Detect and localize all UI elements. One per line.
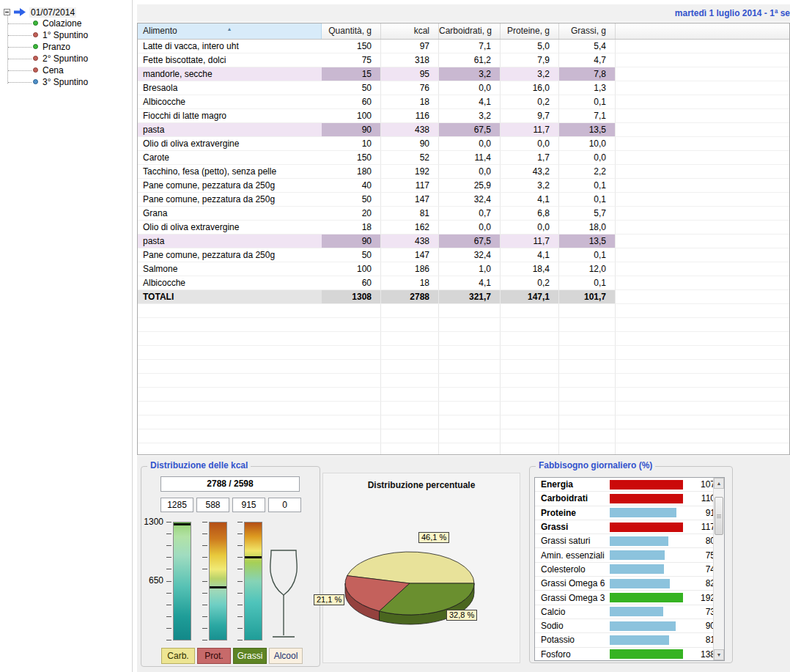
requirement-bar-track xyxy=(610,607,683,616)
value-cell: 0,1 xyxy=(559,248,616,262)
empty-cell xyxy=(616,151,789,165)
requirement-row-potassio[interactable]: Potassio81 xyxy=(535,633,724,647)
requirement-row-fosforo[interactable]: Fosforo138 xyxy=(535,648,724,661)
column-header-5[interactable]: Grassi, g xyxy=(559,23,616,39)
column-header-2[interactable]: kcal xyxy=(381,23,439,39)
value-cell: 50 xyxy=(322,193,381,207)
table-row[interactable]: mandorle, secche15953,23,27,8 xyxy=(138,67,789,81)
value-cell: 20 xyxy=(322,207,381,221)
value-cell: 0,0 xyxy=(559,151,616,165)
value-cell: 7,8 xyxy=(559,67,616,81)
empty-cell xyxy=(501,416,559,429)
value-cell: 18,4 xyxy=(501,262,559,276)
requirement-row-proteine[interactable]: Proteine91 xyxy=(535,506,724,520)
requirement-row-grassi-saturi[interactable]: Grassi saturi80 xyxy=(535,534,724,548)
main-area: martedì 1 luglio 2014 - 1ª se Alimento▲Q… xyxy=(137,0,790,672)
tree-item-2-spuntino[interactable]: 2° Spuntino xyxy=(0,53,133,64)
table-row[interactable]: Tacchino, fesa (petto), senza pelle18019… xyxy=(138,165,789,179)
pie-label-carbs: 46,1 % xyxy=(418,532,449,543)
empty-cell xyxy=(559,374,616,388)
empty-cell xyxy=(616,262,789,276)
value-cell: 60 xyxy=(322,276,381,290)
tree-item-pranzo[interactable]: Pranzo xyxy=(0,41,133,53)
value-cell: 162 xyxy=(381,221,439,235)
food-name-cell: Salmone xyxy=(138,262,322,276)
column-header-1[interactable]: Quantità, g xyxy=(322,23,381,39)
requirement-bar-track xyxy=(610,523,683,532)
empty-cell xyxy=(559,360,616,374)
scroll-up-icon[interactable]: ▲ xyxy=(714,478,724,489)
requirement-row-grassi[interactable]: Grassi117 xyxy=(535,520,724,534)
table-row[interactable]: Fette biscottate, dolci7531861,27,94,7 xyxy=(138,53,789,67)
table-row[interactable]: Olio di oliva extravergine10900,00,010,0 xyxy=(138,137,789,151)
scrollbar-thumb[interactable] xyxy=(715,497,723,535)
value-cell: 0,1 xyxy=(559,179,616,193)
value-cell: 67,5 xyxy=(439,123,501,137)
fat-kcal-value: 915 xyxy=(232,498,265,512)
table-row[interactable]: Pane comune, pezzatura da 250g5014732,44… xyxy=(138,193,789,207)
empty-cell xyxy=(616,360,789,374)
table-row[interactable]: Pane comune, pezzatura da 250g5014732,44… xyxy=(138,248,789,262)
requirement-row-colesterolo[interactable]: Colesterolo74 xyxy=(535,563,724,577)
requirement-bar-track xyxy=(610,635,683,645)
table-row[interactable]: Albicocche60184,10,20,1 xyxy=(138,276,789,290)
carb-gauge-label: Carb. xyxy=(161,648,195,664)
alcohol-kcal-value: 0 xyxy=(268,498,301,512)
tree-item-1-spuntino[interactable]: 1° Spuntino xyxy=(0,29,133,41)
food-name-cell: Bresaola xyxy=(138,81,322,95)
requirement-value: 110 xyxy=(687,493,715,503)
requirement-bar xyxy=(610,607,663,616)
empty-row xyxy=(138,388,789,402)
column-header-3[interactable]: Carboidrati, g xyxy=(439,23,501,39)
tree-item-3-spuntino[interactable]: 3° Spuntino xyxy=(0,76,133,88)
requirements-scrollbar[interactable]: ▲ ▼ xyxy=(713,478,724,660)
column-header-4[interactable]: Proteine, g xyxy=(501,23,559,39)
table-row[interactable]: Grana20810,76,85,7 xyxy=(138,207,789,221)
empty-cell xyxy=(501,304,559,318)
empty-cell xyxy=(616,207,789,221)
food-name-cell: Latte di vacca, intero uht xyxy=(138,40,322,53)
table-row[interactable]: pasta9043867,511,713,5 xyxy=(138,235,789,248)
table-row[interactable]: Fiocchi di latte magro1001163,29,77,1 xyxy=(138,109,789,123)
table-row[interactable]: Latte di vacca, intero uht150977,15,05,4 xyxy=(138,40,789,53)
table-row[interactable]: pasta9043867,511,713,5 xyxy=(138,123,789,137)
empty-cell xyxy=(616,374,789,388)
empty-row xyxy=(138,304,789,318)
value-cell: 2,2 xyxy=(559,165,616,179)
empty-cell xyxy=(501,332,559,346)
requirement-row-amin-essenziali[interactable]: Amin. essenziali75 xyxy=(535,548,724,562)
empty-cell xyxy=(616,304,789,318)
value-cell: 61,2 xyxy=(439,53,501,67)
requirement-row-sodio[interactable]: Sodio90 xyxy=(535,619,724,633)
requirement-row-calcio[interactable]: Calcio73 xyxy=(535,605,724,619)
table-row[interactable]: Bresaola50760,016,01,3 xyxy=(138,81,789,95)
column-header-alimento[interactable]: Alimento▲ xyxy=(138,23,322,39)
tree-item-colazione[interactable]: Colazione xyxy=(0,18,133,29)
requirement-row-grassi-omega-3[interactable]: Grassi Omega 3192 xyxy=(535,591,724,605)
daily-requirements-panel: Fabbisogno giornaliero (%) Energia107Car… xyxy=(529,466,733,663)
carb-gauge-ticks xyxy=(166,522,171,640)
table-row[interactable]: Salmone1001861,018,412,0 xyxy=(138,262,789,276)
scroll-down-icon[interactable]: ▼ xyxy=(714,649,724,660)
meal-tree-sidebar: 01/07/2014 Colazione1° SpuntinoPranzo2° … xyxy=(0,0,133,672)
requirement-row-energia[interactable]: Energia107 xyxy=(535,478,724,492)
empty-cell xyxy=(439,346,501,360)
value-cell: 0,0 xyxy=(439,165,501,179)
empty-cell xyxy=(559,346,616,360)
requirement-row-carboidrati[interactable]: Carboidrati110 xyxy=(535,492,724,506)
table-row[interactable]: Pane comune, pezzatura da 250g4011725,93… xyxy=(138,179,789,193)
prot-gauge-marker xyxy=(210,586,226,588)
table-row[interactable]: Carote1505211,41,70,0 xyxy=(138,151,789,165)
requirement-bar xyxy=(610,621,676,631)
requirement-row-grassi-omega-6[interactable]: Grassi Omega 682 xyxy=(535,577,724,591)
empty-cell xyxy=(559,318,616,332)
requirement-label: Grassi Omega 3 xyxy=(541,593,610,603)
table-row[interactable]: Albicocche60184,10,20,1 xyxy=(138,95,789,109)
tree-root-day[interactable]: 01/07/2014 xyxy=(4,6,76,18)
empty-cell xyxy=(501,388,559,402)
tree-item-cena[interactable]: Cena xyxy=(0,64,133,76)
table-row[interactable]: Olio di oliva extravergine181620,00,018,… xyxy=(138,221,789,235)
value-cell: 43,2 xyxy=(501,165,559,179)
value-cell: 4,1 xyxy=(439,276,501,290)
empty-cell xyxy=(381,318,439,332)
